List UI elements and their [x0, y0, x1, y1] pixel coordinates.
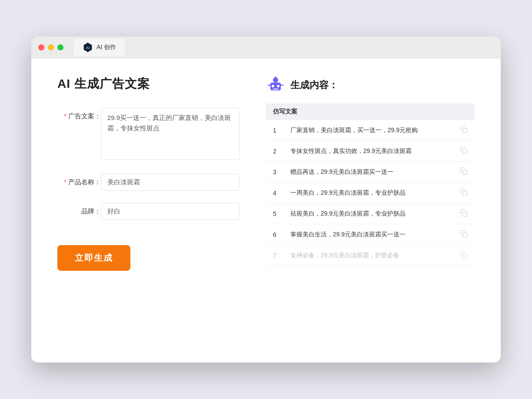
- svg-rect-13: [463, 170, 467, 175]
- svg-rect-12: [463, 150, 467, 154]
- table-row: 1厂家直销，美白淡斑霜，买一送一，29.9元抢购: [266, 120, 475, 141]
- product-name-label: *产品名称：: [57, 174, 101, 186]
- table-row: 4一周美白，29.9元美白淡斑霜，专业护肤品: [266, 183, 475, 203]
- copy-cell: [453, 162, 475, 183]
- row-text: 赠品再送，29.9元美白淡斑霜买一送一: [283, 162, 453, 183]
- copy-icon[interactable]: [460, 232, 468, 239]
- result-table: 仿写文案 1厂家直销，美白淡斑霜，买一送一，29.9元抢购2专抹女性斑点，真实功…: [266, 103, 475, 266]
- svg-point-4: [272, 85, 274, 87]
- brand-row: 品牌：: [57, 203, 240, 220]
- copy-icon[interactable]: [460, 149, 468, 156]
- brand-label: 品牌：: [57, 203, 101, 216]
- robot-icon: [266, 76, 285, 95]
- maximize-button[interactable]: [57, 44, 63, 50]
- copy-cell: [453, 245, 475, 266]
- row-text: 专抹女性斑点，真实功效，29.9元美白淡斑霜: [283, 141, 453, 162]
- copy-icon[interactable]: [460, 170, 468, 176]
- generate-button[interactable]: 立即生成: [57, 245, 130, 271]
- titlebar: AI AI 创作: [31, 37, 501, 58]
- browser-content: AI 生成广告文案 *广告文案： 29.9买一送一，真正的厂家直销，美白淡斑霜，…: [31, 58, 501, 362]
- browser-tab[interactable]: AI AI 创作: [74, 39, 125, 56]
- svg-point-5: [277, 85, 279, 87]
- left-panel: AI 生成广告文案 *广告文案： 29.9买一送一，真正的厂家直销，美白淡斑霜，…: [57, 76, 240, 271]
- brand-input[interactable]: [101, 203, 240, 220]
- table-row: 3赠品再送，29.9元美白淡斑霜买一送一: [266, 162, 475, 183]
- copy-icon[interactable]: [460, 253, 468, 260]
- row-number: 6: [266, 224, 283, 245]
- table-row: 6掌握美白生活，29.9元美白淡斑霜买一送一: [266, 224, 475, 245]
- svg-rect-6: [273, 89, 278, 90]
- result-title: 生成内容：: [290, 79, 338, 92]
- copy-icon[interactable]: [460, 128, 468, 135]
- tab-label: AI 创作: [96, 43, 116, 51]
- copy-icon[interactable]: [460, 211, 468, 218]
- traffic-lights: [38, 44, 63, 50]
- required-star: *: [64, 112, 66, 120]
- copy-cell: [453, 141, 475, 162]
- main-layout: AI 生成广告文案 *广告文案： 29.9买一送一，真正的厂家直销，美白淡斑霜，…: [57, 76, 475, 271]
- svg-point-8: [275, 76, 276, 78]
- copy-cell: [453, 183, 475, 203]
- ad-copy-label: *广告文案：: [57, 108, 101, 120]
- row-number: 2: [266, 141, 283, 162]
- brand-input-wrap: [101, 203, 240, 220]
- svg-rect-15: [463, 212, 467, 216]
- ad-copy-textarea[interactable]: 29.9买一送一，真正的厂家直销，美白淡斑霜，专抹女性斑点: [101, 108, 240, 160]
- table-row: 7女神必备，29.9元美白淡斑霜，护肤必备: [266, 245, 475, 266]
- close-button[interactable]: [38, 44, 44, 50]
- svg-rect-16: [463, 233, 467, 237]
- row-text: 厂家直销，美白淡斑霜，买一送一，29.9元抢购: [283, 120, 453, 141]
- row-text: 掌握美白生活，29.9元美白淡斑霜买一送一: [283, 224, 453, 245]
- row-text: 祛斑美白，29.9元美白淡斑霜，专业护肤品: [283, 203, 453, 224]
- svg-rect-14: [463, 191, 467, 196]
- page-title: AI 生成广告文案: [57, 76, 240, 92]
- copy-cell: [453, 224, 475, 245]
- row-text: 一周美白，29.9元美白淡斑霜，专业护肤品: [283, 183, 453, 203]
- ad-copy-row: *广告文案： 29.9买一送一，真正的厂家直销，美白淡斑霜，专抹女性斑点: [57, 108, 240, 162]
- copy-cell: [453, 120, 475, 141]
- copy-cell: [453, 203, 475, 224]
- svg-rect-17: [463, 254, 467, 258]
- ai-tab-icon: AI: [83, 42, 93, 53]
- browser-window: AI AI 创作 AI 生成广告文案 *广告文案： 29.9买一送一，真正的厂家…: [31, 37, 501, 362]
- ad-copy-input-wrap: 29.9买一送一，真正的厂家直销，美白淡斑霜，专抹女性斑点: [101, 108, 240, 162]
- row-text: 女神必备，29.9元美白淡斑霜，护肤必备: [283, 245, 453, 266]
- row-number: 5: [266, 203, 283, 224]
- row-number: 1: [266, 120, 283, 141]
- svg-text:AI: AI: [86, 45, 90, 50]
- svg-rect-11: [463, 129, 467, 133]
- required-star-2: *: [64, 178, 66, 186]
- row-number: 3: [266, 162, 283, 183]
- product-name-input[interactable]: [101, 174, 240, 191]
- table-row: 2专抹女性斑点，真实功效，29.9元美白淡斑霜: [266, 141, 475, 162]
- copy-icon[interactable]: [460, 190, 468, 197]
- table-row: 5祛斑美白，29.9元美白淡斑霜，专业护肤品: [266, 203, 475, 224]
- row-number: 4: [266, 183, 283, 203]
- action-column-header: [453, 103, 475, 120]
- result-header: 生成内容：: [266, 76, 475, 95]
- product-name-row: *产品名称：: [57, 174, 240, 191]
- column-header: 仿写文案: [266, 103, 453, 120]
- product-name-input-wrap: [101, 174, 240, 191]
- minimize-button[interactable]: [48, 44, 54, 50]
- right-panel: 生成内容： 仿写文案 1厂家直销，美白淡斑霜，买一送一，29.9元抢购2专抹女性…: [266, 76, 475, 271]
- row-number: 7: [266, 245, 283, 266]
